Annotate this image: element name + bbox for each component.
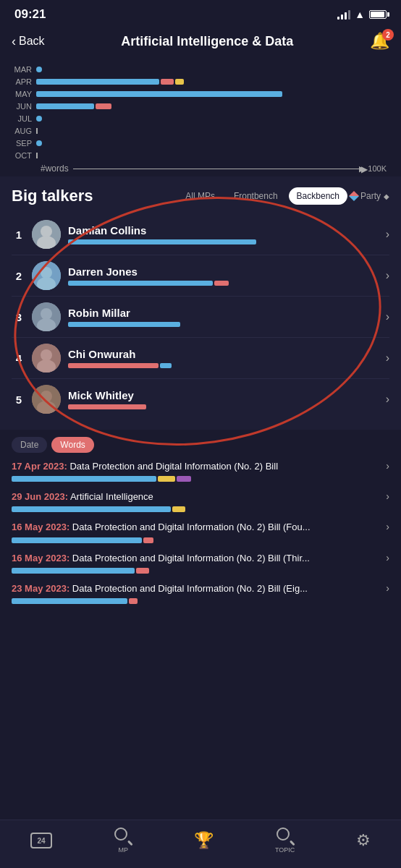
mp-name-2: Darren Jones — [68, 265, 380, 278]
axis-label: #words — [12, 163, 69, 174]
mp-chevron-3: › — [386, 310, 389, 323]
debate-chevron-1: › — [386, 460, 389, 472]
big-talkers-header: Big talkers All MPs Frontbench Backbench… — [12, 187, 389, 205]
mp-avatar-5 — [32, 385, 61, 414]
svg-point-13 — [41, 391, 52, 402]
filter-date[interactable]: Date — [12, 437, 47, 453]
back-label: Back — [19, 35, 45, 48]
nav-topic-label: TOPIC — [275, 846, 295, 854]
mp-info-5: Mick Whitley — [68, 389, 380, 409]
debate-title-1: 17 Apr 2023: Data Protection and Digital… — [12, 460, 386, 473]
mp-name-5: Mick Whitley — [68, 389, 380, 401]
filter-tabs: All MPs Frontbench Backbench Party ◆ — [177, 187, 389, 205]
filter-party[interactable]: Party ◆ — [350, 191, 389, 201]
debate-chevron-2: › — [386, 490, 389, 502]
trophy-icon: 🏆 — [194, 831, 214, 850]
debate-item-5[interactable]: 23 May 2023: Data Protection and Digital… — [12, 582, 389, 604]
big-talkers-title: Big talkers — [12, 187, 93, 205]
nav-item-24[interactable]: 24 — [30, 833, 52, 848]
svg-point-7 — [41, 308, 52, 320]
filter-backbench[interactable]: Backbench — [289, 187, 347, 205]
mp-info-4: Chi Onwurah — [68, 348, 380, 368]
header: ‹ Back Artificial Intelligence & Data 🔔 … — [0, 26, 401, 59]
nav-item-trophy[interactable]: 🏆 — [194, 831, 214, 850]
filter-words[interactable]: Words — [51, 437, 93, 453]
svg-point-1 — [41, 226, 52, 237]
mp-avatar-4 — [32, 344, 61, 373]
mp-row-1[interactable]: 1 Damian Collins › — [12, 214, 389, 255]
debate-title-5: 23 May 2023: Data Protection and Digital… — [12, 582, 386, 595]
debate-title-3: 16 May 2023: Data Protection and Digital… — [12, 521, 386, 534]
debate-chevron-5: › — [386, 582, 389, 594]
settings-icon: ⚙ — [356, 831, 371, 850]
mp-rank-2: 2 — [12, 270, 26, 282]
filter-frontbench[interactable]: Frontbench — [226, 187, 286, 205]
debate-chevron-4: › — [386, 552, 389, 563]
chart-label-may: MAY — [12, 90, 36, 98]
chart-label-jun: JUN — [12, 102, 36, 111]
mp-info-1: Damian Collins — [68, 224, 380, 244]
chart-label-aug: AUG — [12, 127, 36, 135]
mp-avatar-1 — [32, 220, 61, 249]
back-button[interactable]: ‹ Back — [12, 34, 45, 49]
mp-name-4: Chi Onwurah — [68, 348, 380, 360]
debate-chevron-3: › — [386, 521, 389, 532]
mp-rank-1: 1 — [12, 229, 26, 241]
chart-axis: #words ▶ 100K — [12, 163, 389, 174]
mp-info-3: Robin Millar — [68, 307, 380, 327]
mp-chevron-4: › — [386, 352, 389, 365]
notification-badge: 2 — [382, 29, 394, 41]
mp-rank-5: 5 — [12, 393, 26, 406]
chart-label-jul: JUL — [12, 114, 36, 123]
nav-mp-label: MP — [119, 846, 129, 854]
wifi-icon: ▲ — [355, 9, 365, 20]
chart-label-mar: MAR — [12, 65, 36, 74]
nav-item-settings[interactable]: ⚙ — [356, 831, 371, 850]
mp-avatar-3 — [32, 302, 61, 331]
chart-label-sep: SEP — [12, 139, 36, 148]
mp-info-2: Darren Jones — [68, 265, 380, 286]
svg-point-4 — [41, 267, 52, 278]
chart-label-oct: OCT — [12, 151, 36, 160]
svg-point-10 — [41, 349, 52, 361]
bottom-nav: 24 MP 🏆 TOPIC ⚙ — [0, 820, 401, 868]
filter-all-mps[interactable]: All MPs — [177, 187, 223, 205]
signal-icon — [337, 9, 350, 20]
chart-label-apr: APR — [12, 77, 36, 86]
mp-avatar-2 — [32, 261, 61, 290]
nav-24-icon: 24 — [38, 837, 46, 845]
mp-rank-4: 4 — [12, 352, 26, 365]
battery-icon — [369, 10, 387, 19]
debate-title-4: 16 May 2023: Data Protection and Digital… — [12, 552, 386, 565]
mp-row-3[interactable]: 3 Robin Millar › — [12, 297, 389, 338]
nav-item-topic-search[interactable]: TOPIC — [275, 827, 295, 854]
mp-rank-3: 3 — [12, 311, 26, 323]
axis-end: 100K — [368, 164, 389, 173]
status-bar: 09:21 ▲ — [0, 0, 401, 26]
nav-item-mp-search[interactable]: MP — [113, 827, 133, 854]
filter-party-label: Party — [360, 191, 381, 201]
back-chevron-icon: ‹ — [12, 34, 16, 49]
party-chevron-icon: ◆ — [384, 192, 389, 200]
mp-name-3: Robin Millar — [68, 307, 380, 319]
debate-item-2[interactable]: 29 Jun 2023: Artificial Intelligence › — [12, 490, 389, 512]
words-chart: MAR APR MAY JUN — [0, 59, 401, 176]
page-title: Artificial Intelligence & Data — [45, 34, 370, 49]
debate-item-1[interactable]: 17 Apr 2023: Data Protection and Digital… — [12, 460, 389, 482]
mp-name-1: Damian Collins — [68, 224, 380, 237]
status-time: 09:21 — [14, 7, 46, 22]
mp-chevron-5: › — [386, 393, 389, 406]
debate-title-2: 29 Jun 2023: Artificial Intelligence — [12, 490, 386, 503]
mp-row-2[interactable]: 2 Darren Jones › — [12, 255, 389, 297]
mp-row-5[interactable]: 5 Mick Whitley › — [12, 379, 389, 420]
status-icons: ▲ — [337, 9, 387, 20]
debate-item-3[interactable]: 16 May 2023: Data Protection and Digital… — [12, 521, 389, 542]
mp-row-4[interactable]: 4 Chi Onwurah › — [12, 338, 389, 379]
debate-filter-row: Date Words — [12, 437, 389, 453]
mp-chevron-1: › — [386, 228, 389, 241]
debates-section: Date Words 17 Apr 2023: Data Protection … — [0, 430, 401, 620]
debate-item-4[interactable]: 16 May 2023: Data Protection and Digital… — [12, 552, 389, 574]
big-talkers-section: Big talkers All MPs Frontbench Backbench… — [0, 176, 401, 430]
mp-chevron-2: › — [386, 269, 389, 282]
notification-button[interactable]: 🔔 2 — [370, 32, 389, 51]
